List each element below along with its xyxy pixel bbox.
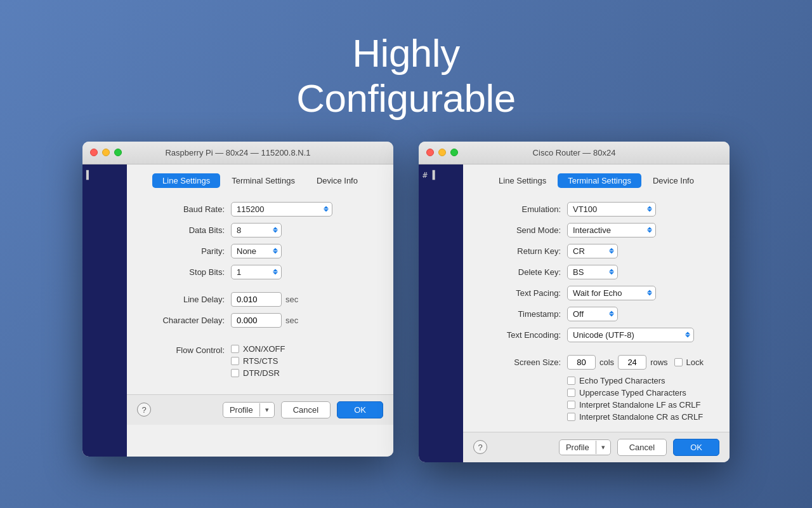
minimize-button-right[interactable]: [438, 149, 446, 156]
interpret-cr-checkbox[interactable]: [567, 413, 575, 421]
line-delay-suffix: sec: [285, 295, 298, 304]
baud-rate-select[interactable]: 115200 9600 57600: [231, 202, 332, 217]
traffic-lights-left: [90, 149, 122, 156]
text-pacing-select[interactable]: Wait for Echo None: [567, 286, 656, 300]
return-key-control: CR LF CRLF: [567, 244, 618, 258]
profile-button-left: Profile ▾: [223, 402, 275, 418]
interpret-lf-row[interactable]: Interpret Standalone LF as CRLF: [567, 400, 714, 410]
uppercase-row[interactable]: Uppercase Typed Characters: [567, 388, 714, 398]
hero-title: Highly Configurable: [296, 30, 516, 121]
tab-terminal-settings-right[interactable]: Terminal Settings: [558, 173, 641, 188]
tab-line-settings-left[interactable]: Line Settings: [152, 173, 220, 188]
window-title-right: Cisco Router — 80x24: [533, 148, 616, 157]
tab-terminal-settings-left[interactable]: Terminal Settings: [221, 173, 305, 188]
ok-button-left[interactable]: OK: [337, 401, 383, 418]
stop-bits-select[interactable]: 1 2: [231, 265, 282, 279]
flow-dtr-checkbox[interactable]: [231, 369, 239, 377]
hero-line1: Highly: [352, 31, 459, 75]
close-button-right[interactable]: [426, 149, 434, 156]
window-raspberry-pi: Raspberry Pi — 80x24 — 115200.8.N.1 ▌ Li…: [82, 142, 393, 457]
uppercase-checkbox[interactable]: [567, 389, 575, 397]
line-delay-input[interactable]: [231, 292, 282, 307]
send-mode-row: Send Mode: Interactive Return sends: [478, 223, 714, 237]
minimize-button-left[interactable]: [102, 149, 110, 156]
tab-device-info-right[interactable]: Device Info: [643, 173, 704, 188]
bottom-bar-right: ? Profile ▾ Cancel OK: [463, 432, 730, 462]
tab-line-settings-right[interactable]: Line Settings: [488, 173, 556, 188]
window-title-left: Raspberry Pi — 80x24 — 115200.8.N.1: [165, 148, 310, 157]
stop-bits-row: Stop Bits: 1 2: [142, 265, 378, 279]
tab-device-info-left[interactable]: Device Info: [306, 173, 368, 188]
text-encoding-label: Text Encoding:: [478, 330, 561, 340]
text-pacing-control: Wait for Echo None: [567, 286, 656, 300]
stop-bits-control: 1 2: [231, 265, 282, 279]
text-pacing-label: Text Pacing:: [478, 288, 561, 298]
send-mode-select[interactable]: Interactive Return sends: [567, 223, 656, 237]
flow-rts-row[interactable]: RTS/CTS: [231, 356, 285, 366]
flow-control-label: Flow Control:: [142, 344, 225, 355]
data-bits-select[interactable]: 8 7: [231, 223, 282, 237]
parity-row: Parity: None Even Odd: [142, 244, 378, 258]
flow-rts-checkbox[interactable]: [231, 357, 239, 365]
screen-cols-input[interactable]: [567, 355, 596, 370]
cancel-button-left[interactable]: Cancel: [281, 401, 331, 418]
window-body-left: ▌ Line Settings Terminal Settings Device…: [82, 164, 393, 457]
line-delay-row: Line Delay: sec: [142, 292, 378, 307]
close-button-left[interactable]: [90, 149, 98, 156]
options-checkboxes: Echo Typed Characters Uppercase Typed Ch…: [567, 376, 714, 422]
flow-xon-checkbox[interactable]: [231, 345, 239, 353]
emulation-select[interactable]: VT100 VT220 ANSI: [567, 202, 656, 217]
bottom-right-left: Profile ▾ Cancel OK: [223, 401, 383, 418]
flow-control-section: Flow Control: XON/XOFF RTS/CTS: [142, 344, 378, 378]
emulation-row: Emulation: VT100 VT220 ANSI: [478, 202, 714, 217]
lock-label: Lock: [686, 358, 704, 367]
help-button-left[interactable]: ?: [137, 403, 151, 417]
screen-rows-input[interactable]: [618, 355, 646, 370]
profile-label-right[interactable]: Profile: [560, 440, 596, 455]
interpret-lf-checkbox[interactable]: [567, 401, 575, 409]
timestamp-control: Off On: [567, 307, 618, 321]
terminal-strip-right: # ▌: [419, 164, 463, 462]
terminal-cursor-right: # ▌: [422, 170, 459, 181]
flow-xon-row[interactable]: XON/XOFF: [231, 344, 285, 354]
interpret-lf-label: Interpret Standalone LF as CRLF: [579, 400, 701, 410]
text-encoding-select[interactable]: Unicode (UTF-8) ASCII: [567, 328, 694, 342]
settings-panel-right: Line Settings Terminal Settings Device I…: [463, 164, 730, 462]
windows-row: Raspberry Pi — 80x24 — 115200.8.N.1 ▌ Li…: [82, 142, 730, 462]
flow-dtr-row[interactable]: DTR/DSR: [231, 368, 285, 378]
window-body-right: # ▌ Line Settings Terminal Settings Devi…: [419, 164, 730, 462]
char-delay-row: Character Delay: sec: [142, 313, 378, 328]
timestamp-select[interactable]: Off On: [567, 307, 618, 321]
emulation-label: Emulation:: [478, 204, 561, 214]
echo-label: Echo Typed Characters: [579, 376, 665, 385]
screen-size-label: Screen Size:: [478, 358, 561, 367]
echo-row[interactable]: Echo Typed Characters: [567, 376, 714, 385]
return-key-select[interactable]: CR LF CRLF: [567, 244, 618, 258]
baud-rate-label: Baud Rate:: [142, 204, 225, 214]
profile-label-left[interactable]: Profile: [223, 403, 259, 417]
flow-dtr-label: DTR/DSR: [243, 368, 280, 378]
terminal-cursor-left: ▌: [86, 170, 123, 181]
baud-rate-control: 115200 9600 57600: [231, 202, 332, 217]
cancel-button-right[interactable]: Cancel: [617, 439, 667, 456]
parity-select[interactable]: None Even Odd: [231, 244, 282, 258]
timestamp-label: Timestamp:: [478, 309, 561, 319]
char-delay-suffix: sec: [285, 316, 298, 325]
help-button-right[interactable]: ?: [473, 440, 487, 454]
form-right: Emulation: VT100 VT220 ANSI: [463, 196, 730, 432]
interpret-cr-row[interactable]: Interpret Standalone CR as CRLF: [567, 412, 714, 422]
maximize-button-right[interactable]: [450, 149, 458, 156]
echo-checkbox[interactable]: [567, 377, 575, 385]
flow-rts-label: RTS/CTS: [243, 356, 278, 366]
profile-arrow-right[interactable]: ▾: [596, 441, 610, 454]
ok-button-right[interactable]: OK: [673, 439, 719, 456]
maximize-button-left[interactable]: [114, 149, 122, 156]
bottom-right-right: Profile ▾ Cancel OK: [559, 439, 719, 456]
delete-key-select[interactable]: BS DEL: [567, 265, 618, 279]
return-key-label: Return Key:: [478, 246, 561, 256]
lock-checkbox[interactable]: [674, 358, 683, 366]
data-bits-label: Data Bits:: [142, 225, 225, 235]
char-delay-input[interactable]: [231, 313, 282, 328]
hero-line2: Configurable: [296, 76, 516, 120]
profile-arrow-left[interactable]: ▾: [259, 403, 274, 417]
